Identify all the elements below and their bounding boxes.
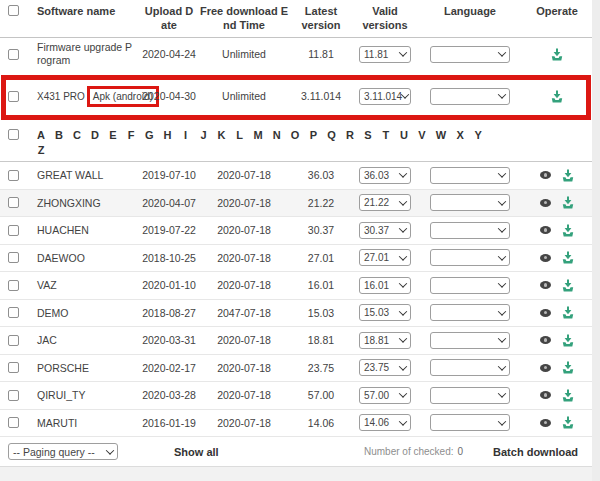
- download-icon[interactable]: [562, 306, 574, 319]
- alphabet-letter[interactable]: R: [346, 129, 354, 141]
- eye-preview-icon[interactable]: [540, 419, 551, 427]
- upload-date: 2016-01-19: [140, 417, 198, 429]
- row-checkbox[interactable]: [8, 49, 19, 60]
- select-all-checkbox[interactable]: [8, 5, 19, 16]
- number-of-checked: Number of checked:0: [364, 446, 463, 457]
- alphabet-letter[interactable]: N: [273, 129, 281, 141]
- show-all-button[interactable]: Show all: [174, 446, 219, 458]
- eye-preview-icon[interactable]: [540, 254, 551, 262]
- eye-preview-icon[interactable]: [540, 391, 551, 399]
- download-icon[interactable]: [562, 251, 574, 264]
- alphabet-letter[interactable]: M: [254, 129, 263, 141]
- download-icon[interactable]: [562, 224, 574, 237]
- valid-versions-select[interactable]: 23.75: [359, 359, 411, 376]
- alphabet-letter[interactable]: F: [127, 129, 135, 141]
- eye-preview-icon[interactable]: [540, 199, 551, 207]
- row-checkbox[interactable]: [8, 390, 19, 401]
- alphabet-letter[interactable]: Q: [327, 129, 336, 141]
- row-checkbox[interactable]: [8, 225, 19, 236]
- download-icon[interactable]: [562, 196, 574, 209]
- row-checkbox[interactable]: [8, 307, 19, 318]
- valid-versions-select[interactable]: 30.37: [359, 222, 411, 239]
- alphabet-letter[interactable]: B: [55, 129, 63, 141]
- end-time: 2020-07-18: [198, 362, 290, 374]
- download-icon[interactable]: [562, 416, 574, 429]
- valid-versions-select[interactable]: 3.11.014: [359, 88, 411, 105]
- eye-preview-icon[interactable]: [540, 281, 551, 289]
- software-name: PORSCHE: [37, 362, 140, 374]
- eye-preview-icon[interactable]: [540, 171, 551, 179]
- alphabet-letter[interactable]: G: [145, 129, 154, 141]
- valid-versions-select[interactable]: 36.03: [359, 167, 411, 184]
- paging-query-select[interactable]: -- Paging query --: [8, 443, 118, 460]
- alphabet-letter[interactable]: H: [164, 129, 172, 141]
- eye-preview-icon[interactable]: [540, 336, 551, 344]
- eye-preview-icon[interactable]: [540, 226, 551, 234]
- alphabet-letter[interactable]: O: [291, 129, 300, 141]
- alphabet-letter[interactable]: V: [418, 129, 426, 141]
- alphabet-letter[interactable]: Z: [37, 144, 45, 156]
- download-icon[interactable]: [562, 389, 574, 402]
- valid-versions-select[interactable]: 18.81: [359, 332, 411, 349]
- alphabet-letter[interactable]: J: [200, 129, 208, 141]
- row-checkbox[interactable]: [8, 280, 19, 291]
- alphabet-row-checkbox[interactable]: [8, 129, 19, 140]
- alphabet-letter[interactable]: I: [182, 129, 190, 141]
- language-select[interactable]: [430, 387, 510, 404]
- language-select[interactable]: [430, 46, 510, 63]
- eye-preview-icon[interactable]: [540, 364, 551, 372]
- alphabet-letter[interactable]: E: [109, 129, 117, 141]
- upload-date: 2020-02-17: [140, 362, 198, 374]
- download-icon[interactable]: [551, 90, 563, 103]
- language-select[interactable]: [430, 304, 510, 321]
- alphabet-letter[interactable]: K: [218, 129, 226, 141]
- chevron-down-icon: [498, 307, 506, 315]
- table-row: DEMO 2018-08-27 2047-07-18 15.03 15.03: [0, 300, 592, 328]
- language-select[interactable]: [430, 167, 510, 184]
- language-select[interactable]: [430, 194, 510, 211]
- valid-versions-select[interactable]: 57.00: [359, 387, 411, 404]
- row-checkbox[interactable]: [8, 170, 19, 181]
- language-select[interactable]: [430, 414, 510, 431]
- valid-versions-select[interactable]: 27.01: [359, 249, 411, 266]
- download-icon[interactable]: [562, 169, 574, 182]
- alphabet-letter[interactable]: U: [400, 129, 408, 141]
- eye-preview-icon[interactable]: [540, 309, 551, 317]
- alphabet-letter[interactable]: W: [436, 129, 446, 141]
- language-select[interactable]: [430, 222, 510, 239]
- valid-versions-select[interactable]: 21.22: [359, 194, 411, 211]
- download-icon[interactable]: [562, 279, 574, 292]
- alphabet-letter[interactable]: Y: [474, 129, 482, 141]
- row-checkbox[interactable]: [8, 252, 19, 263]
- language-select[interactable]: [430, 249, 510, 266]
- alphabet-letter[interactable]: A: [37, 129, 45, 141]
- alphabet-letter[interactable]: T: [382, 129, 390, 141]
- valid-versions-select[interactable]: 11.81: [359, 46, 411, 63]
- download-icon[interactable]: [562, 334, 574, 347]
- row-checkbox[interactable]: [8, 417, 19, 428]
- row-checkbox[interactable]: [8, 335, 19, 346]
- valid-versions-select[interactable]: 16.01: [359, 277, 411, 294]
- language-select[interactable]: [430, 359, 510, 376]
- alphabet-letter[interactable]: X: [456, 129, 464, 141]
- alphabet-letter[interactable]: L: [236, 129, 244, 141]
- language-select[interactable]: [430, 88, 510, 105]
- paging-query-value: -- Paging query --: [13, 446, 95, 458]
- batch-download-button[interactable]: Batch download: [493, 446, 578, 458]
- download-icon[interactable]: [562, 361, 574, 374]
- download-icon[interactable]: [551, 48, 563, 61]
- row-checkbox[interactable]: [8, 362, 19, 373]
- alphabet-letter[interactable]: D: [91, 129, 99, 141]
- alphabet-letter[interactable]: P: [309, 129, 317, 141]
- alphabet-letter[interactable]: C: [73, 129, 81, 141]
- row-checkbox[interactable]: [8, 197, 19, 208]
- upload-date: 2020-03-28: [140, 389, 198, 401]
- software-name: X431 PROApk (android): [37, 86, 140, 107]
- alphabet-letter[interactable]: S: [364, 129, 372, 141]
- language-select[interactable]: [430, 332, 510, 349]
- valid-versions-select[interactable]: 15.03: [359, 304, 411, 321]
- row-checkbox[interactable]: [8, 91, 19, 102]
- valid-versions-select[interactable]: 14.06: [359, 414, 411, 431]
- language-select[interactable]: [430, 277, 510, 294]
- upload-date: 2018-10-25: [140, 252, 198, 264]
